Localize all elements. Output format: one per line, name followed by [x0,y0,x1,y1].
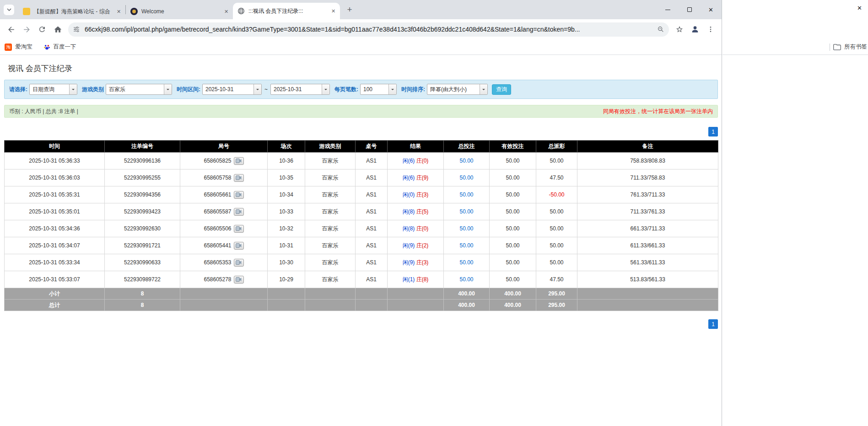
video-icon [236,209,242,214]
total-bet-link[interactable]: 50.00 [444,203,490,220]
subtotal-total-bet: 400.00 [444,288,490,300]
note-cell: 661.33/711.33 [577,220,718,237]
result-banker: 庄(0) [416,225,429,232]
date-from-value: 2025-10-31 [203,84,253,94]
profile-button[interactable] [687,22,703,37]
zoom-indicator-button[interactable] [654,23,667,36]
range-separator: ~ [264,86,268,93]
result-cell: 闲(1) 庄(8) [388,271,444,288]
video-replay-button[interactable] [234,242,244,250]
video-icon [236,243,242,248]
footer-empty-cell [305,300,356,311]
per-page-value: 100 [361,84,388,94]
table-no-cell: AS1 [356,169,388,186]
chevron-down-icon [164,84,172,94]
browser-window: 【新提醒】海燕策略论坛 - 综合 ✕ Welcome ✕ :::视讯 会员下注纪… [0,0,722,426]
tab-close-button[interactable]: ✕ [115,8,123,16]
total-bet-link[interactable]: 50.00 [444,220,490,237]
bet-row: 2025-10-31 05:35:31522930994356658605661… [5,186,718,203]
tab-welcome[interactable]: Welcome ✕ [126,4,233,19]
total-bet-link[interactable]: 50.00 [444,169,490,186]
video-replay-button[interactable] [234,225,244,233]
result-banker: 庄(3) [416,191,429,198]
query-type-select[interactable]: 日期查询 [29,84,77,95]
chevron-down-icon [388,84,396,94]
result-cell: 闲(6) 庄(0) [388,153,444,169]
subtotal-row: 小计 8 400.00 400.00 295.00 [5,288,718,300]
page-1-button[interactable]: 1 [708,127,718,137]
tab-bet-record[interactable]: :::视讯 会员下注纪录::: ✕ [233,3,340,19]
game-type-cell: 百家乐 [305,254,356,271]
video-icon [236,175,242,180]
tab-close-button[interactable]: ✕ [222,8,230,16]
video-replay-button[interactable] [234,191,244,199]
bookmark-star-button[interactable] [672,22,687,37]
new-tab-button[interactable]: + [344,4,356,16]
home-button[interactable] [50,22,65,37]
date-from-select[interactable]: 2025-10-31 [202,84,262,95]
result-banker: 庄(9) [416,175,429,181]
footer-empty-cell [577,288,718,300]
game-type-select[interactable]: 百家乐 [106,84,172,95]
video-replay-button[interactable] [234,157,244,165]
date-to-select[interactable]: 2025-10-31 [270,84,330,95]
page-1-button[interactable]: 1 [708,319,718,329]
close-window-button[interactable]: ✕ [857,5,862,11]
close-window-button[interactable]: ✕ [700,0,722,19]
game-type-cell: 百家乐 [305,186,356,203]
round-cell: 658605353 [180,254,268,271]
column-header-note: 备注 [577,141,718,153]
round-number: 658605506 [204,225,231,231]
footer-empty-cell [388,300,444,311]
round-number: 658605661 [204,191,231,197]
valid-bet-cell: 50.00 [490,153,536,169]
bet-id-cell: 522930995255 [105,169,180,186]
tab-title: :::视讯 会员下注纪录::: [248,7,329,15]
reload-button[interactable] [34,22,50,37]
back-button[interactable] [3,22,19,37]
total-bet-link[interactable]: 50.00 [444,153,490,169]
total-bet-link[interactable]: 50.00 [444,186,490,203]
site-info-button[interactable] [70,23,83,36]
round-cell: 658605661 [180,186,268,203]
note-cell: 611.33/661.33 [577,237,718,254]
per-page-select[interactable]: 100 [360,84,397,95]
minimize-button[interactable] [657,0,679,19]
tab-close-button[interactable]: ✕ [329,7,337,15]
video-replay-button[interactable] [234,276,244,284]
round-cell: 658605278 [180,271,268,288]
filter-bar: 请选择: 日期查询 游戏类别 百家乐 时间区间: 2025-10-31 ~ [4,80,718,99]
bet-table: 时间 注单编号 局号 场次 游戏类别 桌号 结果 总投注 有效投注 总派彩 备注… [4,140,718,311]
maximize-button[interactable] [679,0,700,19]
total-bet-link[interactable]: 50.00 [444,271,490,288]
table-no-cell: AS1 [356,220,388,237]
address-bar[interactable]: 66cxkj98.com/ipl/portal.php/game/betreco… [68,22,669,37]
video-replay-button[interactable] [234,259,244,267]
valid-bet-cell: 50.00 [490,220,536,237]
sort-select[interactable]: 降幂(由大到小) [427,84,488,95]
all-bookmarks-button[interactable]: 所有书签 [844,43,867,51]
menu-button[interactable] [703,22,718,37]
total-bet-link[interactable]: 50.00 [444,254,490,271]
date-range-label: 时间区间: [177,86,200,93]
subtotal-valid-bet: 400.00 [490,288,536,300]
baidu-paw-icon [43,44,50,50]
footer-empty-cell [577,300,718,311]
total-bet-link[interactable]: 50.00 [444,237,490,254]
subtotal-payout: 295.00 [536,288,577,300]
forward-button[interactable] [19,22,34,37]
video-replay-button[interactable] [234,208,244,216]
result-player: 闲(9) [403,259,415,266]
search-button[interactable]: 查询 [492,84,511,95]
bet-row: 2025-10-31 05:34:07522930991721658605441… [5,237,718,254]
result-player: 闲(1) [403,276,415,283]
bet-id-cell: 522930994356 [105,186,180,203]
bet-row: 2025-10-31 05:36:03522930995255658605758… [5,169,718,186]
tab-search-button[interactable] [4,5,14,15]
bookmark-item-aitaobao[interactable]: 淘 爱淘宝 [5,43,32,51]
bookmark-item-baidu[interactable]: 百度一下 [43,43,76,51]
maximize-icon [687,7,692,12]
video-replay-button[interactable] [234,174,244,182]
bet-time-cell: 2025-10-31 05:34:36 [5,220,105,237]
tab-forum[interactable]: 【新提醒】海燕策略论坛 - 综合 ✕ [18,4,125,19]
